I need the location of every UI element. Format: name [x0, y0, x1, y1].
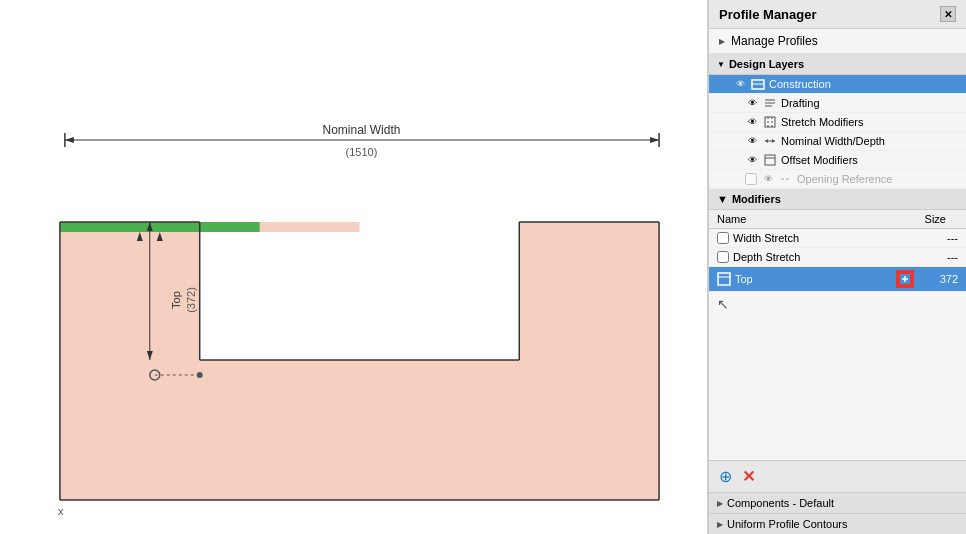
layer-label-offset-modifiers: Offset Modifiers — [781, 154, 962, 166]
modifiers-col-header: Name Size — [709, 210, 966, 229]
modifiers-section: ▼ Modifiers Name Size Width Stretch --- … — [709, 189, 966, 460]
cursor-icon: ↖ — [717, 296, 729, 312]
eye-icon-offset-modifiers[interactable]: 👁 — [745, 155, 759, 165]
add-modifier-button[interactable]: ⊕ — [717, 465, 734, 488]
nominal-width-label: Nominal Width — [323, 123, 401, 137]
uniform-chevron-icon: ▶ — [717, 520, 723, 529]
design-layers-chevron-icon: ▼ — [717, 60, 725, 69]
checkbox-depth-stretch[interactable] — [717, 251, 729, 263]
modifier-edit-button[interactable] — [896, 270, 914, 288]
layer-item-nominal-width-depth[interactable]: 👁 Nominal Width/Depth — [709, 132, 966, 151]
layer-icon-offset-modifiers — [763, 153, 777, 167]
modifiers-label: Modifiers — [732, 193, 781, 205]
eye-icon-nominal-width-depth[interactable]: 👁 — [745, 136, 759, 146]
modifier-row-top[interactable]: Top 372 — [709, 267, 966, 292]
layer-item-drafting[interactable]: 👁 Drafting — [709, 94, 966, 113]
svg-marker-37 — [772, 139, 775, 143]
svg-marker-36 — [765, 139, 768, 143]
delete-icon: ✕ — [742, 467, 755, 486]
checkbox-width-stretch[interactable] — [717, 232, 729, 244]
svg-rect-41 — [718, 273, 730, 285]
modifier-row-depth-stretch[interactable]: Depth Stretch --- — [709, 248, 966, 267]
modifiers-chevron-icon: ▼ — [717, 193, 728, 205]
layer-label-opening-reference: Opening Reference — [797, 173, 962, 185]
design-layers-header[interactable]: ▼ Design Layers — [709, 54, 966, 75]
svg-point-24 — [197, 372, 203, 378]
layer-label-construction: Construction — [769, 78, 962, 90]
layer-label-stretch-modifiers: Stretch Modifiers — [781, 116, 962, 128]
modifiers-table: Name Size Width Stretch --- Depth Stretc… — [709, 210, 966, 460]
nominal-width-value: (1510) — [346, 146, 378, 158]
layer-label-drafting: Drafting — [781, 97, 962, 109]
uniform-profile-header[interactable]: ▶ Uniform Profile Contours — [709, 514, 966, 534]
svg-rect-9 — [60, 222, 260, 232]
eye-icon-drafting[interactable]: 👁 — [745, 98, 759, 108]
layer-icon-construction — [751, 77, 765, 91]
modifier-size-depth-stretch: --- — [918, 251, 958, 263]
close-icon: ✕ — [944, 9, 952, 20]
layer-item-stretch-modifiers[interactable]: 👁 Stretch Modifiers — [709, 113, 966, 132]
layer-icon-opening-reference — [779, 172, 793, 186]
modifier-size-width-stretch: --- — [918, 232, 958, 244]
modifier-label-depth-stretch: Depth Stretch — [733, 251, 914, 263]
top-label: Top — [170, 291, 182, 309]
layer-icon-nominal-width-depth — [763, 134, 777, 148]
layer-item-opening-reference[interactable]: 👁 Opening Reference — [709, 170, 966, 189]
svg-rect-32 — [765, 117, 775, 127]
svg-rect-8 — [60, 360, 659, 500]
checkbox-opening-reference[interactable] — [745, 173, 757, 185]
add-icon: ⊕ — [719, 467, 732, 486]
manage-profiles-label: Manage Profiles — [731, 34, 818, 48]
layer-icon-drafting — [763, 96, 777, 110]
modifiers-header[interactable]: ▼ Modifiers — [709, 189, 966, 210]
design-layers-label: Design Layers — [729, 58, 804, 70]
panel-close-button[interactable]: ✕ — [940, 6, 956, 22]
manage-profiles-chevron-icon: ▶ — [719, 37, 725, 46]
delete-modifier-button[interactable]: ✕ — [740, 465, 757, 488]
components-chevron-icon: ▶ — [717, 499, 723, 508]
manage-profiles-row[interactable]: ▶ Manage Profiles — [709, 29, 966, 54]
components-header[interactable]: ▶ Components - Default — [709, 493, 966, 514]
canvas-area: Nominal Width (1510) — [0, 0, 708, 534]
svg-rect-38 — [765, 155, 775, 165]
eye-icon-construction[interactable]: 👁 — [733, 79, 747, 89]
coord-label: x — [58, 505, 64, 517]
modifier-label-top: Top — [735, 273, 892, 285]
col-name-header: Name — [717, 213, 896, 225]
uniform-label: Uniform Profile Contours — [727, 518, 847, 530]
eye-icon-opening-reference[interactable]: 👁 — [761, 174, 775, 184]
top-value: (372) — [185, 287, 197, 313]
layer-item-construction[interactable]: 👁 Construction — [709, 75, 966, 94]
svg-rect-10 — [200, 232, 520, 360]
right-panel: Profile Manager ✕ ▶ Manage Profiles ▼ De… — [708, 0, 966, 534]
modifier-label-width-stretch: Width Stretch — [733, 232, 914, 244]
modifier-size-top: 372 — [918, 273, 958, 285]
modifier-row-width-stretch[interactable]: Width Stretch --- — [709, 229, 966, 248]
canvas-drawing: Nominal Width (1510) — [0, 0, 707, 534]
panel-toolbar: ⊕ ✕ — [709, 460, 966, 492]
panel-title-bar: Profile Manager ✕ — [709, 0, 966, 29]
panel-title: Profile Manager — [719, 7, 817, 22]
layer-icon-stretch-modifiers — [763, 115, 777, 129]
top-row-icon — [717, 272, 731, 286]
cursor-row: ↖ — [709, 292, 966, 316]
components-label: Components - Default — [727, 497, 834, 509]
eye-icon-stretch-modifiers[interactable]: 👁 — [745, 117, 759, 127]
components-section: ▶ Components - Default ▶ Uniform Profile… — [709, 492, 966, 534]
layer-label-nominal-width-depth: Nominal Width/Depth — [781, 135, 962, 147]
layer-item-offset-modifiers[interactable]: 👁 Offset Modifiers — [709, 151, 966, 170]
col-size-header: Size — [896, 213, 946, 225]
